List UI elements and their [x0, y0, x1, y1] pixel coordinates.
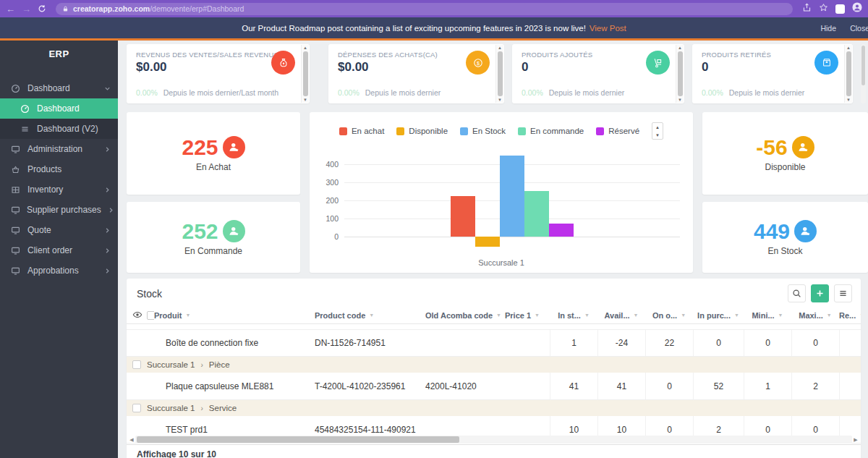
address-bar[interactable]: creatorapp.zoho.com/demovente/erp#Dashbo… — [56, 3, 793, 15]
chart-bar[interactable] — [451, 196, 475, 237]
scroll-down-icon[interactable]: ▼ — [498, 98, 502, 102]
horizontal-scrollbar[interactable]: ◀ ▶ — [128, 435, 859, 444]
profile-avatar[interactable] — [852, 2, 862, 15]
cell-value: 41 — [597, 373, 645, 399]
share-icon[interactable] — [802, 2, 812, 15]
scroll-up-icon[interactable]: ▲ — [303, 46, 307, 50]
padlock-icon — [62, 2, 69, 15]
spinner-down-icon[interactable]: ▼ — [655, 133, 660, 137]
legend-item[interactable]: En Stock — [460, 127, 506, 135]
kpi-period: Depuis le mois dernier — [729, 88, 804, 97]
spinner-up-icon[interactable]: ▲ — [655, 125, 660, 130]
sort-icon[interactable]: ▼ — [186, 313, 191, 318]
chart-bar[interactable] — [500, 156, 524, 237]
menu-button[interactable] — [834, 284, 852, 302]
extension-icon[interactable] — [835, 4, 845, 14]
bookmark-star-icon[interactable] — [819, 2, 828, 15]
scroll-right-icon[interactable]: ▶ — [852, 437, 859, 443]
kpi-value: $0.00 — [136, 60, 294, 75]
reload-icon[interactable] — [38, 4, 46, 13]
sidebar-item-dashboard[interactable]: Dashboard — [0, 98, 118, 119]
chevron-right-icon — [104, 268, 111, 274]
sidebar-item-dashboard[interactable]: Dashboard — [0, 78, 118, 98]
sidebar-item-client-order[interactable]: Client order — [0, 240, 118, 260]
sidebar-item-dashboard-v2[interactable]: Dashboard (V2) — [0, 119, 118, 139]
search-button[interactable] — [788, 284, 806, 302]
add-record-button[interactable] — [811, 284, 829, 302]
group-checkbox[interactable] — [132, 404, 141, 412]
back-icon[interactable]: ← — [6, 4, 15, 14]
table-row[interactable]: Boîte de connection fixeDN-11526-7149511… — [127, 329, 861, 357]
sort-icon[interactable]: ▼ — [734, 313, 739, 318]
kpi-percent: 0.00% — [338, 88, 359, 97]
chart-bar[interactable] — [549, 224, 574, 237]
scroll-up-icon[interactable]: ▲ — [678, 46, 682, 50]
column-header[interactable]: In purc...▼ — [693, 311, 744, 320]
sort-icon[interactable]: ▼ — [681, 313, 686, 318]
column-header[interactable]: Avail...▼ — [597, 311, 645, 320]
sidebar-item-approbations[interactable]: Approbations — [0, 260, 118, 281]
view-post-link[interactable]: View Post — [590, 24, 626, 33]
sidebar-item-supplier-purchases[interactable]: Supplier purchases — [0, 200, 118, 220]
group-checkbox[interactable] — [132, 360, 141, 369]
legend-item[interactable]: Disponible — [396, 127, 448, 135]
column-label: Maxi... — [799, 311, 823, 320]
scroll-down-icon[interactable]: ▼ — [846, 98, 851, 102]
legend-label: Disponible — [409, 127, 448, 135]
card-scrollbar[interactable]: ▲▼ — [676, 45, 684, 103]
close-button[interactable]: Close — [850, 24, 868, 33]
sort-icon[interactable]: ▼ — [369, 313, 374, 318]
column-header[interactable]: Old Acomba code▼ — [425, 311, 505, 320]
legend-item[interactable]: En achat — [339, 127, 384, 135]
chart-bar[interactable] — [475, 237, 500, 247]
chart-bar[interactable] — [524, 191, 549, 237]
column-header[interactable]: Produit▼ — [154, 311, 315, 320]
sidebar-item-administration[interactable]: Administration — [0, 139, 118, 159]
cell-value: 22 — [645, 330, 693, 356]
column-header[interactable]: Mini...▼ — [744, 311, 791, 320]
scrollbar-thumb[interactable] — [303, 51, 308, 96]
group-row[interactable]: Succursale 1›Pièce — [127, 357, 861, 373]
legend-spinner[interactable]: ▲▼ — [652, 122, 663, 140]
column-header[interactable]: Product code▼ — [315, 311, 425, 320]
scroll-down-icon[interactable]: ▼ — [303, 98, 307, 102]
legend-item[interactable]: En commande — [518, 127, 584, 135]
card-scrollbar[interactable]: ▲▼ — [495, 45, 503, 103]
table-row[interactable]: Plaque capsuleuse MLE881T-4200L-41020-23… — [127, 373, 861, 400]
scroll-left-icon[interactable]: ◀ — [128, 437, 135, 443]
hide-button[interactable]: Hide — [820, 24, 836, 33]
select-all-checkbox[interactable] — [147, 311, 154, 320]
sort-icon[interactable]: ▼ — [496, 313, 501, 318]
card-scrollbar[interactable]: ▲▼ — [301, 45, 309, 103]
sort-icon[interactable]: ▼ — [584, 313, 590, 318]
column-header[interactable]: On o...▼ — [645, 311, 693, 320]
scrollbar-thumb[interactable] — [137, 436, 459, 443]
column-header[interactable]: Price 1▼ — [505, 311, 550, 320]
sort-icon[interactable]: ▼ — [634, 313, 639, 318]
legend-item[interactable]: Réservé — [596, 127, 639, 135]
chart-legend: En achatDisponibleEn StockEn commandeRés… — [310, 122, 693, 140]
scroll-up-icon[interactable]: ▲ — [498, 46, 502, 50]
scrollbar-thumb[interactable] — [498, 51, 503, 96]
forward-icon[interactable]: → — [22, 4, 31, 14]
column-header[interactable]: Maxi...▼ — [791, 311, 839, 320]
sidebar-item-products[interactable]: Products — [0, 159, 118, 179]
column-header[interactable]: Re...▼ — [839, 311, 861, 320]
scrollbar-thumb[interactable] — [678, 51, 683, 96]
group-row[interactable]: Succursale 1›Service — [127, 400, 861, 416]
sort-icon[interactable]: ▼ — [827, 313, 832, 318]
scrollbar-thumb[interactable] — [846, 51, 851, 96]
scroll-down-icon[interactable]: ▼ — [678, 98, 682, 102]
sort-icon[interactable]: ▼ — [859, 313, 861, 318]
scrollbar-thumb[interactable] — [861, 46, 865, 85]
scroll-up-icon[interactable]: ▲ — [846, 46, 851, 50]
column-header[interactable]: In st...▼ — [550, 311, 597, 320]
cell-value: 0 — [693, 330, 744, 356]
sidebar-item-inventory[interactable]: Inventory — [0, 179, 118, 200]
sidebar-item-quote[interactable]: Quote — [0, 220, 118, 240]
widget-scrollbar[interactable] — [861, 44, 866, 103]
card-scrollbar[interactable]: ▲▼ — [844, 45, 852, 103]
sort-icon[interactable]: ▼ — [778, 313, 783, 318]
sort-icon[interactable]: ▼ — [535, 313, 540, 318]
eye-icon[interactable] — [132, 310, 142, 321]
